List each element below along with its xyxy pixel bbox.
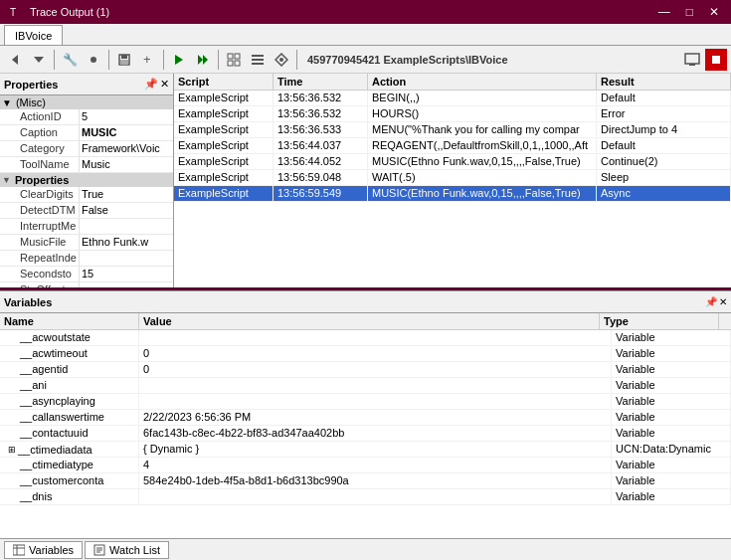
vars-cell-value: 4 — [139, 458, 612, 472]
prop-name-caption: Caption — [0, 125, 80, 140]
vars-body[interactable]: __acwoutstate Variable __acwtimeout 0 Va… — [0, 330, 731, 538]
vars-cell-name: __agentid — [0, 362, 139, 377]
prop-name-musicfile: MusicFile — [0, 235, 80, 250]
trace-col-script: Script — [174, 74, 274, 90]
prop-value-toolname: Music — [80, 157, 173, 172]
trace-row[interactable]: ExampleScript 13:56:44.052 MUSIC(Ethno F… — [174, 154, 731, 170]
vars-col-name: Name — [0, 313, 139, 329]
maximize-button[interactable]: □ — [682, 5, 697, 19]
vars-row[interactable]: __customerconta 584e24b0-1deb-4f5a-b8d1-… — [0, 473, 731, 489]
vars-row[interactable]: __acwtimeout 0 Variable — [0, 346, 731, 362]
variables-pin-icon[interactable]: 📌 — [705, 296, 717, 307]
toolbar-dot-button[interactable] — [83, 49, 104, 71]
toolbar-wrench-button[interactable]: 🔧 — [59, 49, 81, 71]
trace-row[interactable]: ExampleScript 13:56:36.532 BEGIN(,,) Def… — [174, 91, 731, 106]
play-icon — [172, 53, 186, 67]
vars-row[interactable]: __ani Variable — [0, 378, 731, 394]
prop-name-actionid: ActionID — [0, 109, 80, 124]
trace-row-selected[interactable]: ExampleScript 13:56:59.549 MUSIC(Ethno F… — [174, 186, 731, 202]
toolbar-pin-button[interactable] — [271, 49, 292, 71]
properties-toggle-icon: ▼ — [2, 175, 11, 185]
vars-row[interactable]: __callanswertime 2/22/2023 6:56:36 PM Va… — [0, 410, 731, 426]
prop-group-properties[interactable]: ▼ Properties — [0, 173, 173, 187]
properties-pin-icon[interactable]: 📌 — [144, 78, 158, 91]
trace-cell-result: Default — [597, 138, 731, 153]
svg-rect-16 — [252, 55, 264, 57]
toolbar-grid-button[interactable] — [223, 49, 245, 71]
toolbar-path-label: 459770945421 ExampleScripts\IBVoice — [307, 54, 508, 66]
trace-row[interactable]: ExampleScript 13:56:36.533 MENU("%Thank … — [174, 122, 731, 138]
prop-value-staoffset — [80, 282, 173, 287]
variables-close-icon[interactable]: ✕ — [719, 296, 727, 307]
vars-cell-value: 0 — [139, 362, 612, 377]
svg-text:+: + — [143, 53, 151, 67]
vars-row[interactable]: __asyncplaying Variable — [0, 394, 731, 410]
prop-group-misc[interactable]: ▼ (Misc) — [0, 95, 173, 109]
tab-variables[interactable]: Variables — [4, 541, 83, 559]
bottom-tab-bar: Variables Watch List — [0, 538, 731, 560]
vars-cell-value: 584e24b0-1deb-4f5a-b8d1-b6d313bc990a — [139, 473, 612, 488]
minimize-button[interactable]: — — [654, 5, 674, 19]
toolbar-monitor-button[interactable] — [681, 49, 703, 71]
vars-cell-value — [139, 378, 612, 393]
vars-row[interactable]: __contactuuid 6fac143b-c8ec-4b22-bf83-ad… — [0, 426, 731, 442]
variables-header-bar: Variables 📌 ✕ — [0, 291, 731, 313]
vars-cell-name: __acwtimeout — [0, 346, 139, 361]
prop-name-category: Category — [0, 141, 80, 156]
toolbar-sep-1 — [54, 50, 55, 70]
vars-cell-name: __acwoutstate — [0, 330, 139, 345]
toolbar-play-button[interactable] — [168, 49, 190, 71]
svg-rect-12 — [228, 54, 233, 59]
toolbar-save-button[interactable] — [113, 49, 135, 71]
tab-ibvoice[interactable]: IBVoice — [4, 25, 63, 45]
svg-marker-3 — [34, 57, 44, 63]
toolbar-sep-2 — [108, 50, 109, 70]
tab-watchlist[interactable]: Watch List — [85, 541, 169, 559]
trace-row[interactable]: ExampleScript 13:56:59.048 WAIT(.5) Slee… — [174, 170, 731, 186]
expand-icon[interactable]: ⊞ — [8, 445, 16, 455]
monitor-icon — [684, 53, 700, 67]
toolbar-stop-button[interactable] — [705, 49, 727, 71]
vars-cell-type: Variable — [612, 489, 731, 504]
svg-marker-11 — [203, 55, 208, 65]
prop-row-caption: Caption MUSIC — [0, 125, 173, 141]
trace-cell-result: Async — [597, 186, 731, 201]
close-button[interactable]: ✕ — [705, 5, 723, 19]
trace-row[interactable]: ExampleScript 13:56:44.037 REQAGENT(,,De… — [174, 138, 731, 154]
tab-bar: IBVoice — [0, 24, 731, 46]
top-panel: Properties 📌 ✕ ▼ (Misc) ActionID 5 Capti… — [0, 74, 731, 290]
vars-cell-type: Variable — [612, 410, 731, 425]
prop-row-repeatinde: RepeatInde — [0, 251, 173, 267]
vars-cell-value — [139, 394, 612, 409]
prop-value-secondsto: 15 — [80, 267, 173, 281]
vars-cell-value: 6fac143b-c8ec-4b22-bf83-ad347aa402bb — [139, 426, 612, 441]
vars-cell-type: Variable — [612, 473, 731, 488]
prop-row-musicfile: MusicFile Ethno Funk.w — [0, 235, 173, 251]
toolbar-list-button[interactable] — [247, 49, 269, 71]
vars-cell-name: __customerconta — [0, 473, 139, 488]
prop-value-category: Framework\Voic — [80, 141, 173, 156]
grid-icon — [227, 53, 241, 67]
vars-row[interactable]: __acwoutstate Variable — [0, 330, 731, 346]
svg-rect-21 — [685, 54, 699, 64]
trace-cell-script: ExampleScript — [174, 186, 274, 201]
app-icon: T — [8, 4, 24, 20]
svg-rect-17 — [252, 59, 264, 61]
trace-row[interactable]: ExampleScript 13:56:36.532 HOURS() Error — [174, 106, 731, 122]
trace-cell-time: 13:56:59.549 — [274, 186, 368, 201]
vars-row[interactable]: __ctimediatype 4 Variable — [0, 458, 731, 473]
toolbar-add-button[interactable]: + — [137, 49, 159, 71]
properties-close-icon[interactable]: ✕ — [160, 78, 169, 91]
trace-body[interactable]: ExampleScript 13:56:36.532 BEGIN(,,) Def… — [174, 91, 731, 287]
vars-row[interactable]: ⊞ __ctimediadata { Dynamic } UCN:Data:Dy… — [0, 442, 731, 458]
vars-row[interactable]: __agentid 0 Variable — [0, 362, 731, 378]
trace-cell-action: REQAGENT(,,DefaultfromSkill,0,1,,1000,,A… — [368, 138, 597, 153]
trace-cell-script: ExampleScript — [174, 106, 274, 121]
trace-cell-action: MUSIC(Ethno Funk.wav,0,15,,,,False,True) — [368, 154, 597, 169]
vars-row[interactable]: __dnis Variable — [0, 489, 731, 505]
trace-cell-result: Continue(2) — [597, 154, 731, 169]
toolbar-back-button[interactable] — [4, 49, 26, 71]
prop-row-staoffset: StaOffset — [0, 282, 173, 287]
toolbar-dropdown-button[interactable] — [28, 49, 50, 71]
toolbar-play2-button[interactable] — [192, 49, 214, 71]
